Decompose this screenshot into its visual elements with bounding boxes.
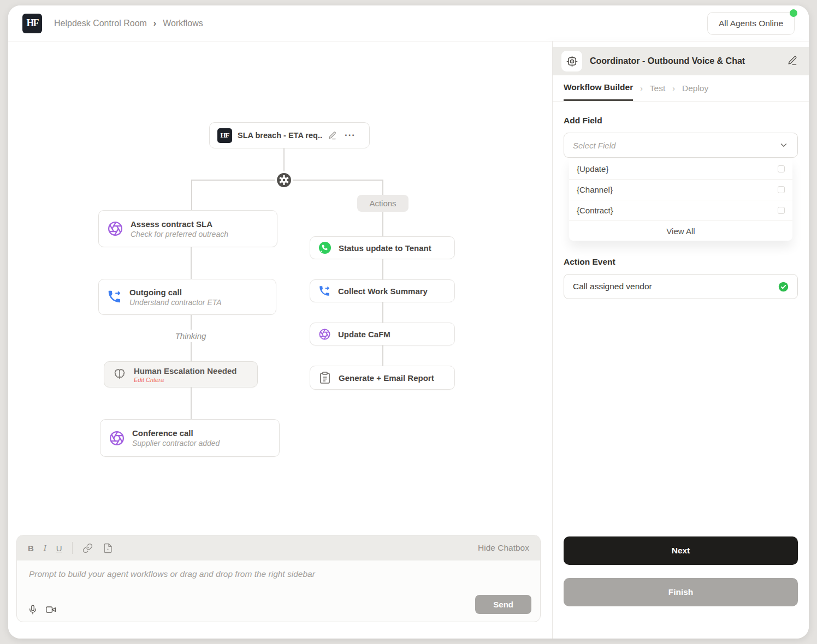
brain-icon <box>113 367 127 381</box>
connector <box>382 345 383 366</box>
node-title: Status update to Tenant <box>339 243 431 253</box>
junction-gear-icon[interactable] <box>275 171 293 189</box>
action-event-input[interactable]: Call assigned vendor <box>564 274 798 299</box>
connector <box>191 180 192 210</box>
whatsapp-icon <box>318 241 331 254</box>
panel-spacer <box>553 299 809 536</box>
config-panel: Coordinator - Outbound Voice & Chat Work… <box>552 41 809 639</box>
more-options-icon[interactable]: ··· <box>345 130 356 141</box>
thinking-label: Thinking <box>170 330 211 342</box>
node-outgoing-call[interactable]: Outgoing call Understand contractor ETA <box>98 279 276 315</box>
aperture-icon <box>107 220 123 237</box>
panel-tabs: Workflow Builder › Test › Deploy <box>553 75 809 102</box>
node-status-update-tenant[interactable]: Status update to Tenant <box>310 236 455 259</box>
breadcrumb-current[interactable]: Workflows <box>163 19 203 28</box>
node-collect-work-summary[interactable]: Collect Work Summary <box>310 279 455 302</box>
aperture-icon <box>109 430 125 446</box>
finish-button[interactable]: Finish <box>564 578 798 606</box>
edit-criteria-link[interactable]: Edit Critera <box>134 377 236 383</box>
node-title: Assess contract SLA <box>131 219 228 229</box>
edit-pencil-icon[interactable] <box>328 131 337 140</box>
chat-input-placeholder: Prompt to build your agent workflows or … <box>29 569 528 579</box>
node-subtitle: Supplier contractor added <box>132 439 220 448</box>
actions-branch-label: Actions <box>357 195 408 212</box>
agents-status-label: All Agents Online <box>719 19 783 28</box>
option-checkbox[interactable] <box>778 165 785 172</box>
attach-file-icon[interactable] <box>103 543 113 553</box>
hide-chatbox-button[interactable]: Hide Chatbox <box>478 543 529 553</box>
node-title: SLA breach - ETA req.. <box>238 131 322 140</box>
option-label: {Update} <box>577 164 608 174</box>
node-title: Collect Work Summary <box>338 287 428 296</box>
connector <box>283 148 285 174</box>
panel-content: Add Field Select Field {Update} <box>553 102 809 299</box>
node-sla-breach[interactable]: HF SLA breach - ETA req.. ··· <box>209 122 370 148</box>
node-assess-contract-sla[interactable]: Assess contract SLA Check for preferred … <box>98 210 277 247</box>
microphone-icon[interactable] <box>28 605 38 615</box>
node-update-cafm[interactable]: Update CaFM <box>310 323 455 345</box>
field-option-update[interactable]: {Update} <box>569 159 792 180</box>
connector <box>191 387 192 419</box>
field-options-list: {Update} {Channel} {Contract} View All <box>569 159 792 241</box>
link-icon[interactable] <box>82 543 93 553</box>
tab-deploy[interactable]: Deploy <box>682 84 708 93</box>
panel-buttons: Next Finish <box>553 536 809 606</box>
node-human-escalation[interactable]: Human Escalation Needed Edit Critera <box>104 361 258 387</box>
select-field-placeholder: Select Field <box>573 141 779 150</box>
agent-title: Coordinator - Outbound Voice & Chat <box>590 56 777 66</box>
next-button[interactable]: Next <box>564 536 798 565</box>
chatbox: B I U <box>16 535 541 622</box>
node-title: Conference call <box>132 428 220 438</box>
app-window: HF Helpdesk Control Room › Workflows All… <box>8 5 809 639</box>
chatbox-toolbar: B I U <box>17 535 540 560</box>
video-camera-icon[interactable] <box>45 604 56 615</box>
edit-agent-pencil-icon[interactable] <box>785 53 800 70</box>
aperture-icon <box>318 328 331 341</box>
underline-button[interactable]: U <box>56 544 62 553</box>
panel-header: Coordinator - Outbound Voice & Chat <box>553 47 809 75</box>
node-title: Generate + Email Report <box>339 373 434 383</box>
connector <box>191 247 192 279</box>
option-label: {Channel} <box>577 185 613 194</box>
node-title: Human Escalation Needed <box>134 366 236 375</box>
node-logo: HF <box>217 128 232 143</box>
add-field-label: Add Field <box>564 116 798 126</box>
breadcrumb-separator-icon: › <box>153 19 156 28</box>
tab-workflow-builder[interactable]: Workflow Builder <box>564 75 633 101</box>
phone-outgoing-icon <box>107 289 122 305</box>
action-event-value: Call assigned vendor <box>573 282 652 291</box>
workflow-canvas[interactable]: HF SLA breach - ETA req.. ··· Actions <box>8 41 552 639</box>
node-title: Outgoing call <box>129 288 222 297</box>
connector <box>382 259 383 279</box>
option-checkbox[interactable] <box>778 186 785 193</box>
field-option-channel[interactable]: {Channel} <box>569 180 792 200</box>
italic-button[interactable]: I <box>44 544 46 553</box>
breadcrumb-root[interactable]: Helpdesk Control Room <box>54 19 147 28</box>
phone-outgoing-icon <box>318 285 331 297</box>
action-event-label: Action Event <box>564 257 798 267</box>
node-subtitle: Understand contractor ETA <box>129 298 222 307</box>
select-field-dropdown[interactable]: Select Field <box>564 133 798 158</box>
clipboard-icon <box>318 371 331 384</box>
chat-input[interactable]: Prompt to build your agent workflows or … <box>17 560 540 622</box>
app-logo[interactable]: HF <box>22 14 42 33</box>
view-all-button[interactable]: View All <box>569 221 792 241</box>
field-option-contract[interactable]: {Contract} <box>569 200 792 221</box>
online-status-dot-icon <box>790 9 797 17</box>
connector <box>382 302 383 323</box>
chevron-down-icon <box>779 140 789 150</box>
tab-separator-icon: › <box>672 84 675 93</box>
tab-separator-icon: › <box>640 84 643 93</box>
node-conference-call[interactable]: Conference call Supplier contractor adde… <box>100 419 280 457</box>
toolbar-divider <box>72 542 73 554</box>
breadcrumb: Helpdesk Control Room › Workflows <box>54 19 203 28</box>
agents-status-button[interactable]: All Agents Online <box>707 12 795 35</box>
option-label: {Contract} <box>577 206 613 215</box>
agent-chip-icon <box>561 51 582 71</box>
send-button[interactable]: Send <box>475 595 531 614</box>
tab-test[interactable]: Test <box>650 84 665 93</box>
check-circle-icon <box>778 282 789 292</box>
node-generate-email-report[interactable]: Generate + Email Report <box>310 366 455 390</box>
option-checkbox[interactable] <box>778 207 785 214</box>
bold-button[interactable]: B <box>28 544 34 553</box>
